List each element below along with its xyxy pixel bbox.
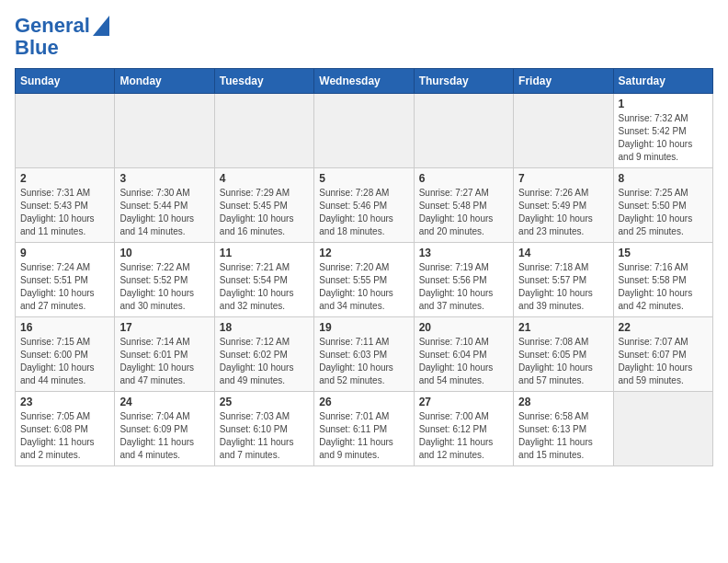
calendar-table: SundayMondayTuesdayWednesdayThursdayFrid… (15, 68, 713, 466)
day-number: 1 (619, 98, 708, 110)
day-header-sunday: Sunday (16, 69, 115, 94)
day-info: Sunrise: 7:28 AM Sunset: 5:46 PM Dayligh… (319, 187, 408, 238)
day-number: 5 (319, 172, 408, 185)
day-info: Sunrise: 7:27 AM Sunset: 5:48 PM Dayligh… (419, 187, 508, 238)
day-info: Sunrise: 7:32 AM Sunset: 5:42 PM Dayligh… (619, 112, 708, 164)
day-header-monday: Monday (115, 69, 214, 94)
day-number: 18 (220, 321, 309, 334)
day-info: Sunrise: 7:10 AM Sunset: 6:04 PM Dayligh… (419, 336, 508, 387)
calendar-cell: 28Sunrise: 6:58 AM Sunset: 6:13 PM Dayli… (514, 392, 613, 466)
day-number: 27 (419, 396, 508, 408)
calendar-cell: 5Sunrise: 7:28 AM Sunset: 5:46 PM Daylig… (314, 168, 414, 243)
day-info: Sunrise: 7:12 AM Sunset: 6:02 PM Dayligh… (220, 336, 309, 387)
calendar-cell: 21Sunrise: 7:08 AM Sunset: 6:05 PM Dayli… (514, 317, 613, 392)
calendar-cell: 12Sunrise: 7:20 AM Sunset: 5:55 PM Dayli… (314, 243, 414, 317)
day-number: 16 (20, 321, 109, 334)
logo-arrow-icon (93, 16, 109, 36)
day-info: Sunrise: 7:22 AM Sunset: 5:52 PM Dayligh… (119, 261, 209, 313)
day-number: 19 (319, 321, 408, 334)
calendar-cell (115, 94, 214, 168)
calendar-week-row: 1Sunrise: 7:32 AM Sunset: 5:42 PM Daylig… (16, 94, 713, 168)
calendar-week-row: 16Sunrise: 7:15 AM Sunset: 6:00 PM Dayli… (16, 317, 713, 392)
calendar-cell: 25Sunrise: 7:03 AM Sunset: 6:10 PM Dayli… (214, 392, 313, 466)
calendar-cell: 26Sunrise: 7:01 AM Sunset: 6:11 PM Dayli… (314, 392, 414, 466)
day-info: Sunrise: 7:16 AM Sunset: 5:58 PM Dayligh… (619, 261, 708, 313)
calendar-cell: 1Sunrise: 7:32 AM Sunset: 5:42 PM Daylig… (613, 94, 712, 168)
day-info: Sunrise: 7:26 AM Sunset: 5:49 PM Dayligh… (518, 187, 608, 238)
day-number: 11 (220, 247, 309, 259)
day-header-wednesday: Wednesday (314, 69, 414, 94)
calendar-cell: 8Sunrise: 7:25 AM Sunset: 5:50 PM Daylig… (613, 168, 712, 243)
day-info: Sunrise: 7:21 AM Sunset: 5:54 PM Dayligh… (220, 261, 309, 313)
day-number: 28 (518, 396, 608, 408)
calendar-cell: 9Sunrise: 7:24 AM Sunset: 5:51 PM Daylig… (16, 243, 115, 317)
calendar-cell: 15Sunrise: 7:16 AM Sunset: 5:58 PM Dayli… (613, 243, 712, 317)
day-info: Sunrise: 7:14 AM Sunset: 6:01 PM Dayligh… (119, 336, 209, 387)
day-number: 12 (319, 247, 408, 259)
logo-text-line1: General (15, 15, 90, 37)
day-info: Sunrise: 6:58 AM Sunset: 6:13 PM Dayligh… (518, 410, 608, 462)
day-info: Sunrise: 7:20 AM Sunset: 5:55 PM Dayligh… (319, 261, 408, 313)
calendar-cell: 18Sunrise: 7:12 AM Sunset: 6:02 PM Dayli… (214, 317, 313, 392)
calendar-cell: 11Sunrise: 7:21 AM Sunset: 5:54 PM Dayli… (214, 243, 313, 317)
day-number: 2 (20, 172, 109, 185)
day-info: Sunrise: 7:30 AM Sunset: 5:44 PM Dayligh… (119, 187, 209, 238)
day-number: 4 (220, 172, 309, 185)
day-info: Sunrise: 7:01 AM Sunset: 6:11 PM Dayligh… (319, 410, 408, 462)
day-number: 17 (119, 321, 209, 334)
day-header-thursday: Thursday (414, 69, 513, 94)
day-info: Sunrise: 7:15 AM Sunset: 6:00 PM Dayligh… (20, 336, 109, 387)
calendar-cell: 7Sunrise: 7:26 AM Sunset: 5:49 PM Daylig… (514, 168, 613, 243)
day-info: Sunrise: 7:31 AM Sunset: 5:43 PM Dayligh… (20, 187, 109, 238)
day-info: Sunrise: 7:18 AM Sunset: 5:57 PM Dayligh… (518, 261, 608, 313)
calendar-week-row: 9Sunrise: 7:24 AM Sunset: 5:51 PM Daylig… (16, 243, 713, 317)
day-header-tuesday: Tuesday (214, 69, 313, 94)
day-number: 3 (119, 172, 209, 185)
day-number: 10 (119, 247, 209, 259)
logo-text-line2: Blue (15, 37, 59, 59)
calendar-cell: 13Sunrise: 7:19 AM Sunset: 5:56 PM Dayli… (414, 243, 513, 317)
day-number: 7 (518, 172, 608, 185)
calendar-week-row: 2Sunrise: 7:31 AM Sunset: 5:43 PM Daylig… (16, 168, 713, 243)
calendar-cell: 24Sunrise: 7:04 AM Sunset: 6:09 PM Dayli… (115, 392, 214, 466)
calendar-cell: 4Sunrise: 7:29 AM Sunset: 5:45 PM Daylig… (214, 168, 313, 243)
day-number: 6 (419, 172, 508, 185)
calendar-cell (16, 94, 115, 168)
calendar-cell (414, 94, 513, 168)
day-info: Sunrise: 7:11 AM Sunset: 6:03 PM Dayligh… (319, 336, 408, 387)
calendar-header-row: SundayMondayTuesdayWednesdayThursdayFrid… (16, 69, 713, 94)
day-info: Sunrise: 7:24 AM Sunset: 5:51 PM Dayligh… (20, 261, 109, 313)
calendar-cell: 10Sunrise: 7:22 AM Sunset: 5:52 PM Dayli… (115, 243, 214, 317)
day-info: Sunrise: 7:19 AM Sunset: 5:56 PM Dayligh… (419, 261, 508, 313)
page-header: General Blue (15, 15, 713, 59)
calendar-cell (214, 94, 313, 168)
day-number: 21 (518, 321, 608, 334)
day-info: Sunrise: 7:03 AM Sunset: 6:10 PM Dayligh… (220, 410, 309, 462)
calendar-cell: 14Sunrise: 7:18 AM Sunset: 5:57 PM Dayli… (514, 243, 613, 317)
calendar-cell: 2Sunrise: 7:31 AM Sunset: 5:43 PM Daylig… (16, 168, 115, 243)
calendar-cell: 6Sunrise: 7:27 AM Sunset: 5:48 PM Daylig… (414, 168, 513, 243)
day-number: 22 (619, 321, 708, 334)
calendar-cell (514, 94, 613, 168)
day-info: Sunrise: 7:00 AM Sunset: 6:12 PM Dayligh… (419, 410, 508, 462)
calendar-week-row: 23Sunrise: 7:05 AM Sunset: 6:08 PM Dayli… (16, 392, 713, 466)
day-header-friday: Friday (514, 69, 613, 94)
calendar-cell: 27Sunrise: 7:00 AM Sunset: 6:12 PM Dayli… (414, 392, 513, 466)
day-number: 20 (419, 321, 508, 334)
day-info: Sunrise: 7:08 AM Sunset: 6:05 PM Dayligh… (518, 336, 608, 387)
day-number: 9 (20, 247, 109, 259)
calendar-cell: 19Sunrise: 7:11 AM Sunset: 6:03 PM Dayli… (314, 317, 414, 392)
logo: General Blue (15, 15, 109, 59)
day-number: 25 (220, 396, 309, 408)
day-number: 13 (419, 247, 508, 259)
day-info: Sunrise: 7:29 AM Sunset: 5:45 PM Dayligh… (220, 187, 309, 238)
calendar-cell (613, 392, 712, 466)
calendar-cell: 20Sunrise: 7:10 AM Sunset: 6:04 PM Dayli… (414, 317, 513, 392)
day-info: Sunrise: 7:05 AM Sunset: 6:08 PM Dayligh… (20, 410, 109, 462)
calendar-cell (314, 94, 414, 168)
day-info: Sunrise: 7:04 AM Sunset: 6:09 PM Dayligh… (119, 410, 209, 462)
day-number: 23 (20, 396, 109, 408)
day-number: 15 (619, 247, 708, 259)
calendar-cell: 17Sunrise: 7:14 AM Sunset: 6:01 PM Dayli… (115, 317, 214, 392)
svg-marker-0 (93, 16, 109, 36)
